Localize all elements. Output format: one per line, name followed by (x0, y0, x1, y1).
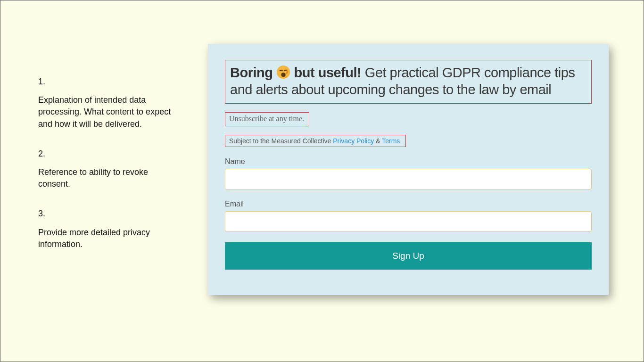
annotation-num: 3. (38, 208, 180, 220)
unsubscribe-callout: Unsubscribe at any time. (225, 112, 309, 126)
name-label: Name (225, 157, 592, 166)
annotations-column: 1. Explanation of intended data processi… (38, 76, 180, 268)
terms-link[interactable]: Terms (382, 137, 400, 145)
signup-button[interactable]: Sign Up (225, 242, 592, 270)
email-label: Email (225, 200, 592, 208)
annotation-3: 3. Provide more detailed privacy informa… (38, 208, 180, 250)
headline-callout: Boring but useful! Get practical GDPR co… (225, 60, 592, 104)
annotation-1: 1. Explanation of intended data processi… (38, 76, 180, 130)
legal-prefix: Subject to the Measured Collective (229, 137, 333, 145)
annotation-text: Explanation of intended data processing.… (38, 94, 180, 130)
annotation-num: 2. (38, 148, 180, 160)
legal-suffix: . (400, 137, 402, 145)
headline-bold-pre: Boring (230, 65, 276, 80)
annotation-2: 2. Reference to ability to revoke consen… (38, 148, 180, 190)
annotation-num: 1. (38, 76, 180, 88)
annotation-text: Provide more detailed privacy informatio… (38, 227, 180, 250)
legal-amp: & (374, 137, 382, 145)
svg-point-1 (281, 73, 285, 77)
yawn-emoji-icon (276, 65, 290, 79)
legal-callout: Subject to the Measured Collective Priva… (225, 135, 406, 147)
annotation-text: Reference to ability to revoke consent. (38, 166, 180, 190)
headline: Boring but useful! Get practical GDPR co… (230, 64, 586, 99)
signup-form-card: Boring but useful! Get practical GDPR co… (208, 44, 609, 295)
name-input[interactable] (225, 169, 592, 189)
privacy-policy-link[interactable]: Privacy Policy (333, 137, 374, 145)
headline-bold-post: but useful! (290, 65, 361, 80)
email-input[interactable] (225, 211, 592, 232)
